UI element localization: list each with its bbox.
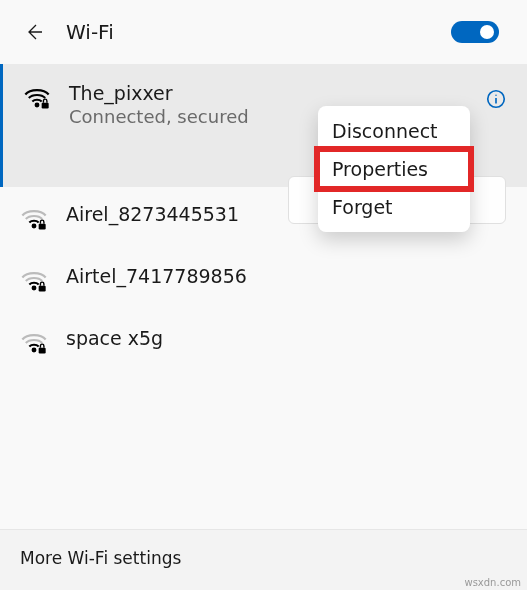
wifi-secure-icon bbox=[20, 267, 48, 295]
menu-item-properties[interactable]: Properties bbox=[318, 150, 470, 188]
network-text: Airtel_7417789856 bbox=[66, 265, 507, 287]
network-text: space x5g bbox=[66, 327, 507, 349]
svg-point-0 bbox=[36, 104, 39, 107]
wifi-secure-icon bbox=[20, 329, 48, 357]
more-settings-label: More Wi-Fi settings bbox=[20, 548, 181, 568]
connected-ssid: The_pixxer bbox=[69, 82, 467, 104]
svg-rect-5 bbox=[39, 224, 46, 230]
svg-point-4 bbox=[33, 225, 36, 228]
network-ssid: Airtel_7417789856 bbox=[66, 265, 507, 287]
menu-item-forget[interactable]: Forget bbox=[318, 188, 470, 226]
info-icon[interactable] bbox=[485, 88, 507, 110]
svg-point-8 bbox=[33, 349, 36, 352]
wifi-toggle[interactable] bbox=[451, 21, 499, 43]
header-left: Wi-Fi bbox=[20, 18, 114, 46]
header: Wi-Fi bbox=[0, 0, 527, 64]
context-menu: Disconnect Properties Forget bbox=[318, 106, 470, 232]
network-ssid: space x5g bbox=[66, 327, 507, 349]
more-wifi-settings[interactable]: More Wi-Fi settings bbox=[0, 529, 527, 590]
wifi-secure-icon bbox=[20, 205, 48, 233]
svg-rect-7 bbox=[39, 286, 46, 292]
svg-rect-1 bbox=[42, 103, 49, 109]
wifi-secure-icon bbox=[23, 84, 51, 112]
back-button[interactable] bbox=[20, 18, 48, 46]
svg-point-6 bbox=[33, 287, 36, 290]
menu-item-disconnect[interactable]: Disconnect bbox=[318, 112, 470, 150]
svg-rect-9 bbox=[39, 348, 46, 354]
arrow-left-icon bbox=[24, 22, 44, 42]
network-row[interactable]: Airtel_7417789856 bbox=[0, 249, 527, 311]
svg-point-3 bbox=[495, 95, 496, 96]
watermark: wsxdn.com bbox=[464, 577, 521, 588]
page-title: Wi-Fi bbox=[66, 20, 114, 44]
network-row[interactable]: space x5g bbox=[0, 311, 527, 373]
